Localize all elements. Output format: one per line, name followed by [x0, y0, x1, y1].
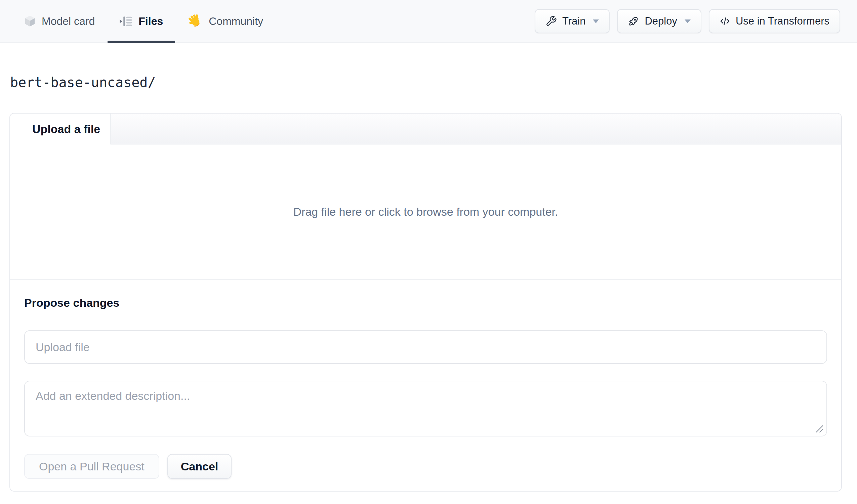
propose-changes-heading: Propose changes	[24, 296, 827, 309]
textarea-resize-handle[interactable]	[815, 424, 824, 433]
cancel-button[interactable]: Cancel	[167, 454, 232, 479]
cube-icon	[24, 15, 36, 28]
waving-hand-icon	[187, 14, 203, 29]
propose-changes-section: Propose changes Open a Pull Request Canc…	[10, 280, 841, 491]
card-tab-bar: Upload a file	[10, 114, 841, 145]
repo-action-buttons: Train Deploy Use in Tr	[535, 9, 840, 33]
tab-community-label: Community	[209, 15, 263, 28]
tab-model-card[interactable]: Model card	[24, 0, 95, 42]
dropzone-hint-text: Drag file here or click to browse from y…	[293, 205, 558, 218]
breadcrumb: bert-base-uncased/	[10, 74, 857, 90]
tab-upload-a-file[interactable]: Upload a file	[10, 114, 111, 145]
caret-down-icon	[685, 19, 691, 23]
tab-files[interactable]: Files	[119, 0, 163, 42]
description-field-wrapper	[24, 381, 827, 436]
upload-card: Upload a file Drag file here or click to…	[10, 113, 842, 491]
use-in-transformers-button[interactable]: Use in Transformers	[709, 9, 840, 33]
open-pull-request-button[interactable]: Open a Pull Request	[24, 454, 159, 479]
repo-path-link[interactable]: bert-base-uncased/	[10, 74, 156, 90]
rocket-icon	[628, 15, 639, 27]
propose-actions-row: Open a Pull Request Cancel	[24, 454, 827, 479]
repo-tabs: Model card Files	[24, 0, 263, 42]
active-tab-underline	[107, 41, 175, 43]
deploy-button-label: Deploy	[644, 15, 677, 27]
top-nav: Model card Files	[0, 0, 857, 43]
train-button-label: Train	[562, 15, 586, 27]
extended-description-textarea[interactable]	[24, 381, 827, 436]
train-button[interactable]: Train	[535, 9, 610, 33]
tab-files-label: Files	[138, 15, 163, 28]
tab-model-card-label: Model card	[42, 15, 95, 28]
caret-down-icon	[593, 19, 599, 23]
wrench-icon	[545, 15, 557, 27]
upload-file-input[interactable]	[24, 330, 827, 364]
files-tree-icon	[119, 15, 132, 28]
file-dropzone[interactable]: Drag file here or click to browse from y…	[10, 145, 841, 280]
tab-community[interactable]: Community	[187, 0, 263, 42]
use-in-transformers-label: Use in Transformers	[736, 15, 829, 27]
deploy-button[interactable]: Deploy	[617, 9, 701, 33]
code-icon	[720, 16, 730, 27]
